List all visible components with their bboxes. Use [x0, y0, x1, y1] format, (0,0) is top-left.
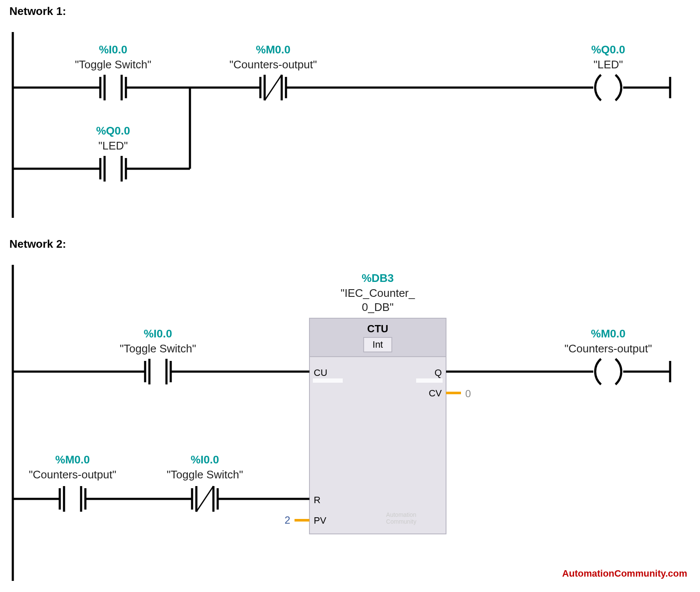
port-q: Q	[435, 367, 442, 378]
contact-address: %M0.0	[256, 43, 291, 56]
contact-symbol: "Toggle Switch"	[167, 468, 243, 481]
watermark: Automation	[386, 511, 417, 518]
coil-symbol: "Counters-output"	[565, 342, 652, 355]
rung-q: %M0.0 "Counters-output"	[446, 327, 670, 384]
contact-address: %Q0.0	[96, 124, 130, 137]
port-pv: PV	[314, 515, 327, 526]
cv-value: 0	[465, 388, 471, 399]
watermark: Community	[386, 518, 417, 525]
ladder-diagram: Network 1: %I0.0 "Toggle Switch" %M0.0 "…	[0, 0, 700, 592]
rung-cu: %I0.0 "Toggle Switch"	[13, 327, 309, 384]
contact-symbol: "Counters-output"	[230, 58, 317, 71]
svg-rect-26	[416, 378, 443, 383]
pv-value: 2	[285, 514, 290, 526]
port-cv: CV	[429, 388, 442, 399]
contact-address: %I0.0	[191, 453, 219, 466]
contact-symbol: "Counters-output"	[29, 468, 117, 481]
coil-address: %Q0.0	[591, 43, 625, 56]
port-r: R	[314, 495, 321, 505]
block-db-symbol: 0_DB"	[362, 301, 394, 314]
contact-symbol: "Toggle Switch"	[120, 342, 196, 355]
cv-output: 0	[446, 388, 471, 399]
svg-rect-25	[313, 378, 343, 383]
svg-line-12	[265, 75, 282, 100]
block-db-symbol: "IEC_Counter_	[341, 287, 415, 299]
block-name: CTU	[367, 323, 388, 334]
network1-title: Network 1:	[9, 5, 66, 18]
ctu-block: CTU Int CU Q CV R PV Automation Communit…	[309, 318, 446, 534]
contact-symbol: "LED"	[98, 139, 128, 152]
pv-input: 2	[285, 514, 309, 526]
rung1-branch: %Q0.0 "LED"	[13, 124, 190, 182]
contact-symbol: "Toggle Switch"	[75, 58, 152, 71]
block-type: Int	[373, 339, 383, 350]
contact-address: %I0.0	[99, 43, 128, 56]
coil-symbol: "LED"	[593, 58, 623, 71]
coil-address: %M0.0	[591, 327, 626, 340]
port-cu: CU	[314, 367, 327, 378]
svg-line-47	[196, 486, 213, 512]
credit-text: AutomationCommunity.com	[562, 568, 687, 579]
block-db-address: %DB3	[362, 272, 394, 284]
rung-r: %M0.0 "Counters-output" %I0.0 "Toggle Sw…	[13, 453, 309, 512]
contact-address: %I0.0	[144, 327, 172, 340]
contact-address: %M0.0	[55, 453, 90, 466]
network2-title: Network 2:	[9, 237, 66, 250]
